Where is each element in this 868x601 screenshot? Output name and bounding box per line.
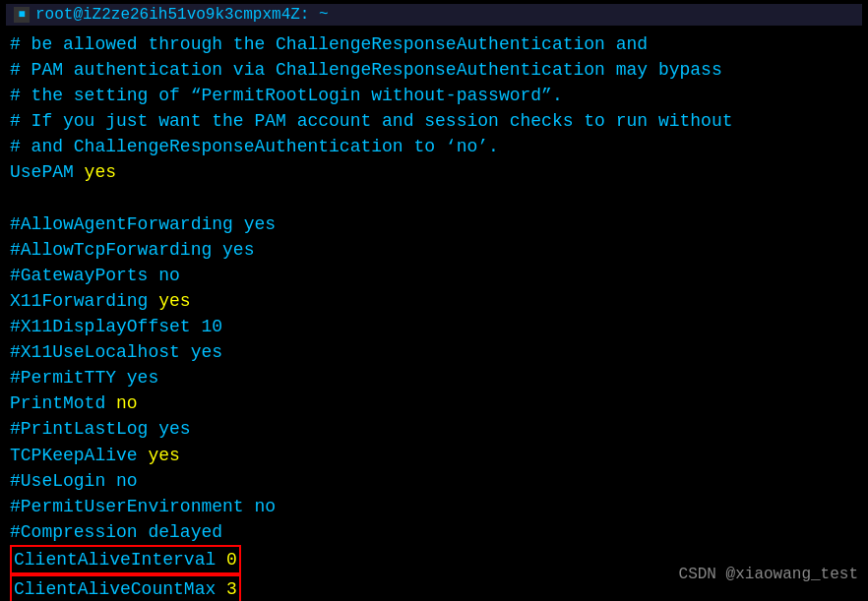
terminal-line: #X11UseLocalhost yes	[10, 339, 858, 365]
terminal-line: #PermitUserEnvironment no	[10, 494, 858, 519]
terminal-window: ■ root@iZ2ze26ih51vo9k3cmpxm4Z: ~ # be a…	[0, 0, 868, 601]
watermark: CSDN @xiaowang_test	[679, 566, 858, 583]
terminal-line	[10, 186, 858, 211]
terminal-line: # and ChallengeResponseAuthentication to…	[10, 134, 858, 159]
terminal-line: #GatewayPorts no	[10, 263, 858, 288]
terminal-line: X11Forwarding yes	[10, 288, 858, 314]
terminal-line: # be allowed through the ChallengeRespon…	[10, 31, 858, 57]
terminal-line: #PermitTTY yes	[10, 365, 858, 391]
terminal-line: #UseLogin no	[10, 468, 858, 494]
title-bar: ■ root@iZ2ze26ih51vo9k3cmpxm4Z: ~	[6, 4, 862, 26]
terminal-line: # the setting of “PermitRootLogin withou…	[10, 83, 858, 108]
terminal-line: #X11DisplayOffset 10	[10, 314, 858, 339]
terminal-line: TCPKeepAlive yes	[10, 443, 858, 468]
terminal-line: #Compression delayed	[10, 519, 858, 545]
terminal-line: #AllowAgentForwarding yes	[10, 211, 858, 237]
terminal-line: # If you just want the PAM account and s…	[10, 108, 858, 134]
terminal-line: PrintMotd no	[10, 391, 858, 416]
terminal-line: #AllowTcpForwarding yes	[10, 237, 858, 263]
terminal-line: #PrintLastLog yes	[10, 416, 858, 442]
terminal-content: # be allowed through the ChallengeRespon…	[6, 30, 862, 601]
terminal-icon: ■	[14, 7, 30, 23]
title-text: root@iZ2ze26ih51vo9k3cmpxm4Z: ~	[35, 6, 329, 24]
terminal-line: # PAM authentication via ChallengeRespon…	[10, 57, 858, 83]
terminal-line: UsePAM yes	[10, 159, 858, 185]
